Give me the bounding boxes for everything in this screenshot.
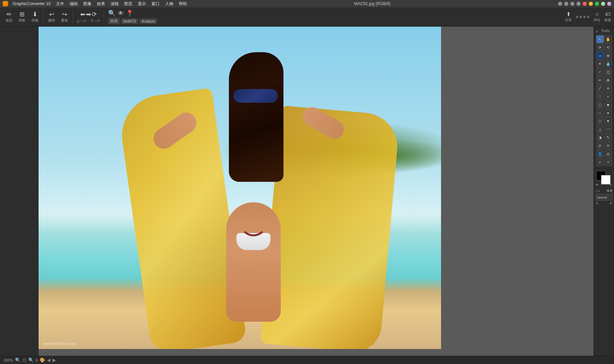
tool-row-4: ✦ 💧 [596,60,612,68]
opacity-control: 1.0 像素 Normal 光 ▼ [595,189,613,206]
tl-close[interactable] [583,2,587,6]
save-icon: ⬇ [32,11,38,17]
tool-rrect-outline[interactable]: ▢ [596,101,604,108]
tool-eraser[interactable]: ◫ [604,68,612,76]
analyze-marker-icon: 📍 [126,10,133,17]
tool-wand[interactable]: ✦ [596,60,604,68]
next-status-icon[interactable]: ▶ [53,358,56,363]
prev-arrow-icon[interactable]: ⬅ [80,11,85,18]
tb-next-label: 下一个 [89,19,102,24]
watermark: www.MacDown.com [43,341,76,346]
dot2 [580,16,582,18]
menu-effects[interactable]: 效果 [94,1,107,7]
menu-app[interactable]: GraphicConverter 10 [10,1,53,6]
tool-rect-outline[interactable]: □ [596,93,604,100]
tb-save-group[interactable]: ⬇ 存储 [29,11,41,24]
menu-image[interactable]: 图像 [81,1,94,7]
tool-hand[interactable]: ✋ [604,35,612,43]
tl-dots3 [576,2,581,6]
tool-dropper[interactable]: 💧 [604,60,612,68]
menu-filter[interactable]: 滤镜 [108,1,121,7]
tb-redo-group[interactable]: ↪ 重做 [58,11,71,24]
next-arrow-icon[interactable]: ➡ [86,11,91,18]
blend-mode-select[interactable]: Normal [596,194,613,201]
tool-pointer[interactable]: ↖ [596,35,604,43]
tool-bucket[interactable]: ▼ [604,117,612,125]
tool-row-14: ⊙ ✕ [596,142,612,149]
tool-smudge[interactable]: 〰 [604,126,612,133]
info-icon[interactable]: ℹ [36,358,38,363]
tool-burn[interactable]: ✎ [604,134,612,141]
tool-crop[interactable]: ⌗ [604,158,612,166]
tl-extra2[interactable] [607,2,611,6]
tb-rate-btn[interactable]: ☆ 评论 [594,12,600,23]
prev-status-icon[interactable]: ◀ [47,358,50,363]
zoom-out-icon[interactable]: 🔍 [15,358,20,363]
menu-window[interactable]: 窗口 [149,1,162,7]
menu-file[interactable]: 文件 [54,1,67,7]
tool-move[interactable]: ✛ [604,85,612,92]
menu-display[interactable]: 显示 [135,1,148,7]
tool-row-13: ◑ ✎ [596,134,612,141]
analyze-eye-icon: 👁 [118,10,124,17]
zoom-in-icon[interactable]: 🔍 [28,358,34,363]
tool-polygon[interactable]: ⬡ [596,117,604,125]
coords-tag: Xe8472 [121,18,138,24]
tl-minimize[interactable] [589,2,593,6]
tb-adjust-group: ⊞ 调整 [16,11,28,24]
tb-share-btn[interactable]: ⬆ 共享 [565,12,572,23]
tool-maglasso[interactable]: ⟲ [604,44,612,51]
undo-icon: ↩ [49,11,54,17]
tool-marquee-rect[interactable]: ▭ [596,52,604,59]
blend-chevron-icon[interactable]: ▼ [609,202,613,205]
tool-eye[interactable]: ◎ [604,150,612,158]
tool-dodge[interactable]: ◑ [596,134,604,141]
tool-gradient[interactable]: △ [596,126,604,133]
opacity-label: 像素 [606,189,613,193]
tools-close-icon[interactable]: ✕ [596,30,598,33]
menu-layer[interactable]: 图层 [122,1,135,7]
color-info-icon[interactable]: 🎨 [40,358,45,363]
tool-line[interactable]: ╱ [596,85,604,92]
canvas-area[interactable]: www.MacDown.com [39,27,594,356]
tl-maximize[interactable] [595,2,599,6]
tool-rect-fill[interactable]: ▪ [604,93,612,100]
auto-tag: 自动 [108,18,120,24]
tool-paint[interactable]: ✏ [596,76,604,84]
tool-circle-fill[interactable]: ● [604,109,612,117]
zoom-fit-icon[interactable]: ⊡ [23,358,26,363]
reset-colors-icon[interactable]: ↺ [609,183,612,187]
tools-panel: ✕ Tools ↖ ✋ ⟳ ⟲ ▭ ⊕ ✦ 💧 / ◫ ✏ [594,27,614,356]
tool-row-15: 👤 ◎ [596,150,612,158]
tb-undo-group[interactable]: ↩ 撤销 [45,11,58,24]
toolbar-dots [576,16,589,18]
edit-icon: ✏ [6,11,12,17]
toolbar-sep-1 [43,10,43,24]
tool-freelasso[interactable]: ⟡ [596,158,604,166]
tool-lasso[interactable]: ⟳ [596,44,604,51]
tl-fullscreen[interactable] [601,2,605,6]
tb-save-label: 存储 [31,18,38,23]
menu-person[interactable]: 人物 [163,1,176,7]
tool-text[interactable]: A [604,76,612,84]
tb-tags-label: 标签 [604,18,611,23]
tb-tags-btn[interactable]: 🏷 标签 [604,12,611,23]
tool-marquee-move[interactable]: ⊕ [604,52,612,59]
tool-circle-outline[interactable]: ○ [596,109,604,117]
dot4 [587,16,589,18]
tool-clone[interactable]: ⊙ [596,142,604,149]
loop-icon[interactable]: ⟳ [92,11,97,18]
tools-panel-title: Tools [598,28,613,34]
tool-heal[interactable]: ✕ [604,142,612,149]
swap-colors-icon[interactable]: ⇄ [596,183,598,187]
menu-help[interactable]: 帮助 [176,1,189,7]
tool-rrect-fill[interactable]: ■ [604,101,612,108]
tool-row-5: / ◫ [596,68,612,76]
tb-adjust-label: 调整 [18,18,25,23]
canvas-inner: www.MacDown.com [39,27,594,356]
analyze-tag[interactable]: Analyze [140,18,157,24]
tl-extra [558,2,562,6]
tool-face[interactable]: 👤 [596,150,604,158]
tool-pencil[interactable]: / [596,68,604,76]
menu-edit[interactable]: 编辑 [67,1,80,7]
